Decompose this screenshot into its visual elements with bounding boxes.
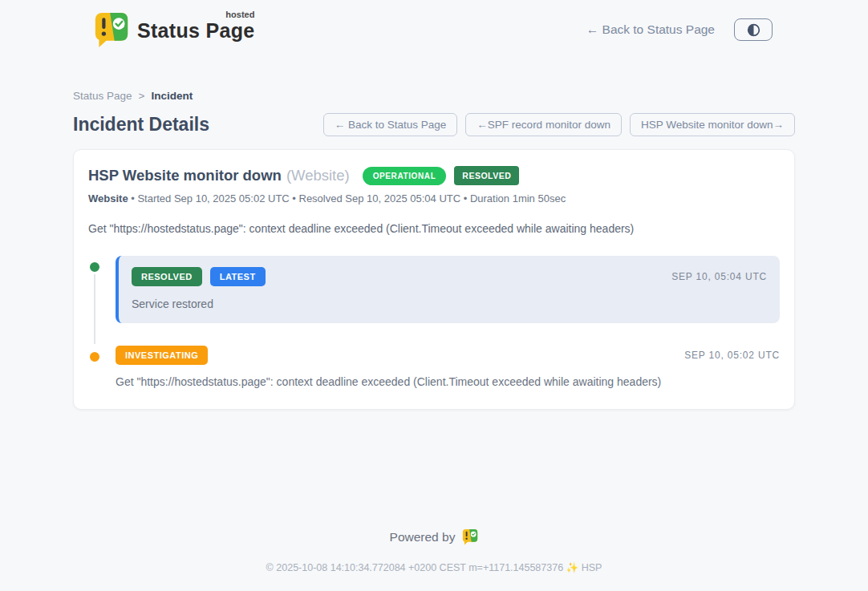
timeline-entry-resolved: RESOLVED LATEST SEP 10, 05:04 UTC Servic… — [88, 256, 780, 323]
header-back-to-status-page-link[interactable]: ← Back to Status Page — [586, 22, 715, 37]
resolved-badge: RESOLVED — [454, 166, 519, 185]
timeline-message: Get "https://hostedstatus.page": context… — [116, 375, 780, 388]
prev-incident-button[interactable]: ←SPF record monitor down — [465, 113, 622, 136]
back-to-status-page-button[interactable]: ← Back to Status Page — [323, 113, 458, 136]
incident-meta-times: • Started Sep 10, 2025 05:02 UTC • Resol… — [128, 192, 566, 204]
timeline-timestamp: SEP 10, 05:02 UTC — [684, 350, 780, 361]
incident-meta: Website • Started Sep 10, 2025 05:02 UTC… — [88, 192, 780, 204]
logo-hosted-superscript: hosted — [225, 10, 254, 19]
app-logo[interactable]: Status Page hosted — [94, 11, 254, 48]
timeline-message: Service restored — [132, 298, 767, 310]
status-page-mini-logo-icon[interactable] — [462, 528, 478, 545]
incident-meta-component: Website — [88, 192, 128, 204]
page-title: Incident Details — [73, 114, 209, 136]
timeline-latest-badge: LATEST — [210, 267, 266, 286]
incident-description: Get "https://hostedstatus.page": context… — [88, 222, 780, 235]
incident-nav-buttons: ← Back to Status Page ←SPF record monito… — [323, 113, 795, 136]
footer: Powered by © 2025-10-08 14:10:34.772084 … — [0, 528, 868, 591]
powered-by-label: Powered by — [390, 530, 456, 544]
timeline-highlight-box: RESOLVED LATEST SEP 10, 05:04 UTC Servic… — [116, 256, 780, 323]
breadcrumb-separator: > — [139, 90, 145, 102]
incident-title: HSP Website monitor down — [88, 167, 282, 184]
incident-component: (Website) — [286, 167, 350, 184]
theme-toggle-button[interactable] — [734, 18, 773, 41]
timeline-timestamp: SEP 10, 05:04 UTC — [671, 271, 767, 282]
breadcrumb-incident: Incident — [151, 90, 193, 102]
breadcrumb-status-page[interactable]: Status Page — [73, 90, 132, 102]
next-incident-button[interactable]: HSP Website monitor down→ — [630, 113, 795, 136]
header: Status Page hosted ← Back to Status Page — [0, 0, 868, 48]
logo-text: Status Page — [137, 19, 254, 42]
contrast-half-circle-icon — [747, 23, 761, 37]
copyright-text: © 2025-10-08 14:10:34.772084 +0200 CEST … — [0, 561, 868, 573]
incident-timeline: RESOLVED LATEST SEP 10, 05:04 UTC Servic… — [88, 256, 780, 388]
main-content: Status Page > Incident Incident Details … — [73, 48, 795, 410]
timeline-entry-investigating: INVESTIGATING SEP 10, 05:02 UTC Get "htt… — [88, 346, 780, 388]
operational-badge: OPERATIONAL — [363, 167, 447, 185]
timeline-investigating-badge: INVESTIGATING — [116, 346, 208, 365]
timeline-dot-resolved — [88, 261, 101, 273]
breadcrumb: Status Page > Incident — [73, 90, 795, 102]
status-page-logo-icon — [94, 11, 129, 48]
timeline-resolved-badge: RESOLVED — [132, 267, 202, 286]
timeline-dot-investigating — [88, 350, 101, 363]
incident-card: HSP Website monitor down (Website) OPERA… — [73, 149, 795, 410]
